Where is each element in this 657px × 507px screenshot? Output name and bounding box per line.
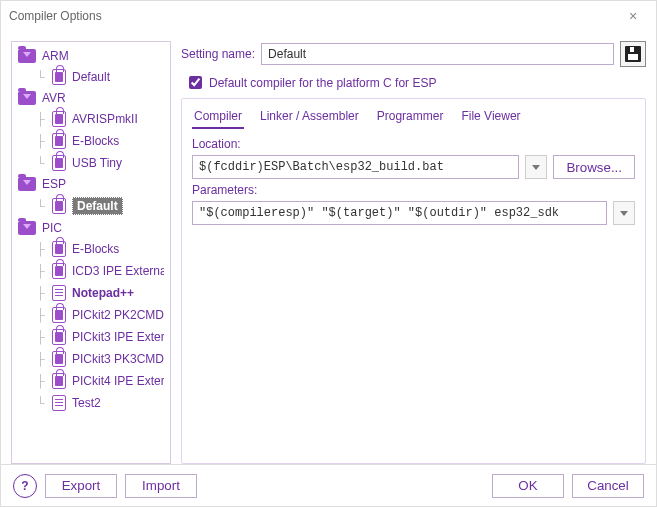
parameters-row <box>192 201 635 225</box>
tree-item-label: AVRISPmkII <box>72 112 164 126</box>
tree-item-label: PICkit3 PK3CMD <box>72 352 164 366</box>
settings-panel: Setting name: Default compiler for the p… <box>181 41 646 464</box>
tree-item[interactable]: └USB Tiny <box>12 152 170 174</box>
tree-item[interactable]: ├PICkit2 PK2CMD <box>12 304 170 326</box>
parameters-dropdown-button[interactable] <box>613 201 635 225</box>
tree-item[interactable]: ├E-Blocks <box>12 130 170 152</box>
window-title: Compiler Options <box>9 9 618 23</box>
tree-item-label: E-Blocks <box>72 242 164 256</box>
ok-button[interactable]: OK <box>492 474 564 498</box>
default-compiler-label: Default compiler for the platform C for … <box>209 76 436 90</box>
lock-icon <box>52 241 66 257</box>
setting-name-label: Setting name: <box>181 47 255 61</box>
tree-connector: ├ <box>36 242 46 256</box>
tree-folder[interactable]: AVR <box>12 88 170 108</box>
tree-item[interactable]: ├PICkit3 PK3CMD <box>12 348 170 370</box>
lock-icon <box>52 307 66 323</box>
tabbed-section: CompilerLinker / AssemblerProgrammerFile… <box>181 98 646 464</box>
parameters-label: Parameters: <box>192 183 635 197</box>
tree-folder-label: ARM <box>42 49 164 63</box>
tree-connector: ├ <box>36 374 46 388</box>
lock-icon <box>52 351 66 367</box>
tree-item-label: Default <box>72 197 164 215</box>
tree-item[interactable]: ├ICD3 IPE External Power <box>12 260 170 282</box>
tree-item[interactable]: └Default <box>12 66 170 88</box>
export-button[interactable]: Export <box>45 474 117 498</box>
tree-connector: └ <box>36 396 46 410</box>
parameters-input[interactable] <box>192 201 607 225</box>
location-dropdown-button[interactable] <box>525 155 547 179</box>
tree-item[interactable]: ├Notepad++ <box>12 282 170 304</box>
tree-folder-label: ESP <box>42 177 164 191</box>
tree-item-label: PICkit4 IPE External Power <box>72 374 164 388</box>
titlebar: Compiler Options × <box>1 1 656 31</box>
tree-item[interactable]: ├AVRISPmkII <box>12 108 170 130</box>
tree-connector: ├ <box>36 264 46 278</box>
lock-icon <box>52 373 66 389</box>
tree-connector: └ <box>36 70 46 84</box>
tab-file-viewer[interactable]: File Viewer <box>459 105 522 129</box>
lock-icon <box>52 198 66 214</box>
tree-connector: ├ <box>36 308 46 322</box>
lock-icon <box>52 133 66 149</box>
tree-connector: ├ <box>36 112 46 126</box>
default-compiler-checkbox-row[interactable]: Default compiler for the platform C for … <box>181 73 646 92</box>
setting-name-row: Setting name: <box>181 41 646 67</box>
default-compiler-checkbox[interactable] <box>189 76 202 89</box>
tree-item-label: Notepad++ <box>72 286 164 300</box>
chevron-down-icon <box>532 165 540 170</box>
lock-icon <box>52 329 66 345</box>
lock-icon <box>52 111 66 127</box>
folder-icon <box>18 91 36 105</box>
tree-connector: ├ <box>36 352 46 366</box>
lock-icon <box>52 69 66 85</box>
lock-icon <box>52 155 66 171</box>
help-button[interactable]: ? <box>13 474 37 498</box>
tree-folder[interactable]: ARM <box>12 46 170 66</box>
tab-compiler[interactable]: Compiler <box>192 105 244 129</box>
tree-connector: └ <box>36 199 46 213</box>
tree-folder-label: AVR <box>42 91 164 105</box>
tab-linker-assembler[interactable]: Linker / Assembler <box>258 105 361 129</box>
folder-icon <box>18 49 36 63</box>
tree-item-label: ICD3 IPE External Power <box>72 264 164 278</box>
tree-connector: ├ <box>36 330 46 344</box>
platform-tree[interactable]: ARM└DefaultAVR├AVRISPmkII├E-Blocks└USB T… <box>11 41 171 464</box>
document-icon <box>52 395 66 411</box>
setting-name-input[interactable] <box>261 43 614 65</box>
tree-item-label: Test2 <box>72 396 164 410</box>
tree-item[interactable]: └Test2 <box>12 392 170 414</box>
document-icon <box>52 285 66 301</box>
tab-strip: CompilerLinker / AssemblerProgrammerFile… <box>182 99 645 129</box>
content-area: ARM└DefaultAVR├AVRISPmkII├E-Blocks└USB T… <box>1 31 656 464</box>
tree-item-label: PICkit3 IPE External Power <box>72 330 164 344</box>
tab-programmer[interactable]: Programmer <box>375 105 446 129</box>
folder-icon <box>18 177 36 191</box>
tree-connector: └ <box>36 156 46 170</box>
tree-item[interactable]: ├PICkit3 IPE External Power <box>12 326 170 348</box>
tree-folder-label: PIC <box>42 221 164 235</box>
folder-icon <box>18 221 36 235</box>
tree-connector: ├ <box>36 134 46 148</box>
tree-item[interactable]: └Default <box>12 194 170 218</box>
tree-connector: ├ <box>36 286 46 300</box>
lock-icon <box>52 263 66 279</box>
location-row: Browse... <box>192 155 635 179</box>
tree-item[interactable]: ├PICkit4 IPE External Power <box>12 370 170 392</box>
tree-item-label: PICkit2 PK2CMD <box>72 308 164 322</box>
location-input[interactable] <box>192 155 519 179</box>
cancel-button[interactable]: Cancel <box>572 474 644 498</box>
chevron-down-icon <box>620 211 628 216</box>
footer: ? Export Import OK Cancel <box>1 464 656 506</box>
tree-folder[interactable]: PIC <box>12 218 170 238</box>
disk-icon <box>625 46 641 62</box>
import-button[interactable]: Import <box>125 474 197 498</box>
tab-body: Location: Browse... Parameters: <box>182 129 645 463</box>
close-icon[interactable]: × <box>618 8 648 24</box>
tree-item-label: E-Blocks <box>72 134 164 148</box>
save-button[interactable] <box>620 41 646 67</box>
tree-folder[interactable]: ESP <box>12 174 170 194</box>
location-label: Location: <box>192 137 635 151</box>
tree-item[interactable]: ├E-Blocks <box>12 238 170 260</box>
browse-button[interactable]: Browse... <box>553 155 635 179</box>
